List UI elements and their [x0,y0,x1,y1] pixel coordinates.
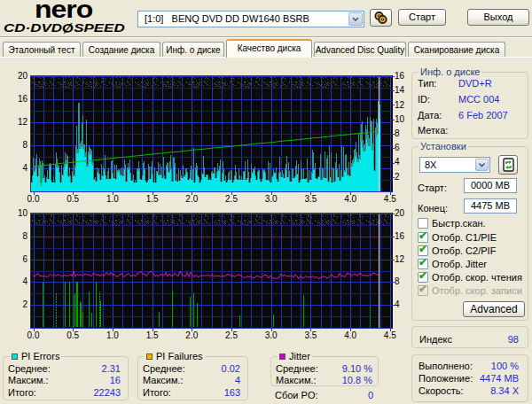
svg-text:8: 8 [22,140,27,150]
svg-text:0.5: 0.5 [66,194,79,204]
svg-text:2: 2 [395,172,400,182]
svg-text:2: 2 [22,299,27,309]
svg-text:2.5: 2.5 [225,330,238,340]
svg-text:14: 14 [395,85,405,95]
svg-text:12: 12 [18,117,28,127]
svg-text:8: 8 [395,128,400,138]
svg-text:16: 16 [18,94,28,104]
svg-text:2.0: 2.0 [185,194,198,204]
svg-text:4: 4 [22,163,27,173]
svg-text:4.5: 4.5 [384,194,396,204]
svg-text:6: 6 [22,254,27,264]
svg-text:4: 4 [395,157,400,167]
svg-text:2.0: 2.0 [185,330,198,340]
svg-text:16: 16 [395,231,405,241]
svg-text:3.0: 3.0 [265,330,278,340]
svg-text:3.5: 3.5 [304,330,317,340]
svg-text:1.5: 1.5 [146,330,159,340]
svg-text:16: 16 [395,71,405,81]
svg-text:3.5: 3.5 [304,194,317,204]
svg-text:0.0: 0.0 [27,330,40,340]
svg-text:12: 12 [395,254,405,264]
svg-text:3.0: 3.0 [265,194,278,204]
svg-text:4.0: 4.0 [344,194,356,204]
svg-text:6: 6 [395,143,400,152]
svg-text:8: 8 [395,276,400,286]
svg-text:4.5: 4.5 [384,330,396,340]
svg-text:4.0: 4.0 [344,330,356,340]
svg-text:10: 10 [18,208,28,218]
svg-text:1.0: 1.0 [106,330,119,340]
svg-text:2.5: 2.5 [225,194,238,204]
svg-text:4: 4 [395,299,400,309]
svg-text:20: 20 [18,71,28,81]
svg-text:4: 4 [22,276,27,286]
svg-text:0.5: 0.5 [66,330,79,340]
svg-text:10: 10 [395,114,405,124]
svg-text:1.5: 1.5 [146,194,159,204]
svg-text:20: 20 [395,208,405,218]
svg-text:8: 8 [22,231,27,241]
svg-text:12: 12 [395,100,405,110]
svg-text:1.0: 1.0 [106,194,119,204]
svg-text:0.0: 0.0 [27,194,40,204]
